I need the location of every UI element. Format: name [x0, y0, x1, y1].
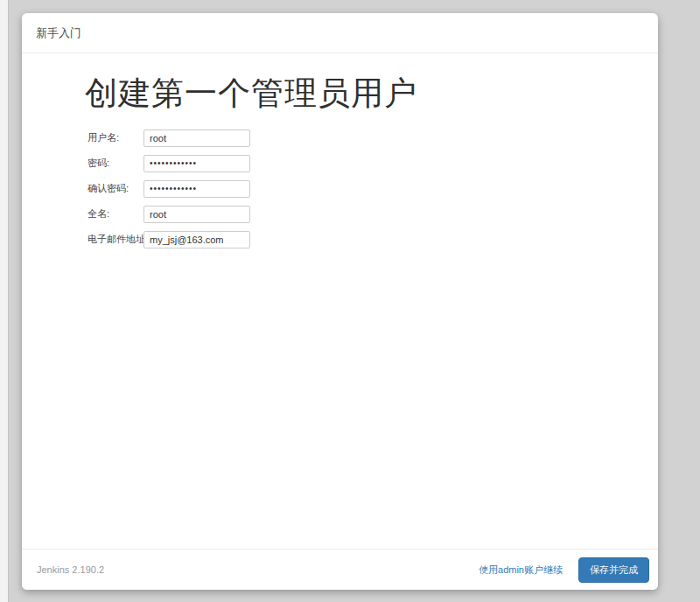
wizard-footer: Jenkins 2.190.2 使用admin账户继续 保存并完成	[22, 549, 658, 590]
wizard-header: 新手入门	[22, 13, 658, 53]
password-field[interactable]	[144, 155, 250, 172]
email-field[interactable]	[144, 231, 250, 248]
window-left-edge	[0, 0, 9, 602]
jenkins-version: Jenkins 2.190.2	[37, 564, 104, 575]
fullname-field[interactable]	[144, 206, 250, 223]
continue-as-admin-link[interactable]: 使用admin账户继续	[479, 564, 563, 577]
wizard-content: 创建第一个管理员用户 用户名: 密码: 确认密码: 全名: 电子邮件地址:	[22, 53, 658, 248]
form-row-fullname: 全名:	[88, 206, 640, 223]
page-title: 创建第一个管理员用户	[85, 76, 640, 112]
form-row-email: 电子邮件地址:	[88, 231, 640, 248]
username-field[interactable]	[144, 130, 250, 147]
email-label: 电子邮件地址:	[88, 233, 144, 246]
wizard-header-title: 新手入门	[36, 25, 81, 41]
form-row-password: 密码:	[88, 155, 640, 172]
confirm-password-field[interactable]	[144, 180, 250, 198]
setup-wizard-dialog: 新手入门 创建第一个管理员用户 用户名: 密码: 确认密码: 全名: 电子邮件	[22, 13, 658, 590]
password-label: 密码:	[88, 157, 144, 170]
fullname-label: 全名:	[88, 207, 144, 220]
username-label: 用户名:	[88, 131, 144, 144]
save-and-finish-button[interactable]: 保存并完成	[578, 557, 649, 583]
confirm-password-label: 确认密码:	[88, 182, 144, 195]
form-row-confirm-password: 确认密码:	[88, 180, 640, 198]
form-row-username: 用户名:	[88, 130, 640, 147]
admin-user-form: 用户名: 密码: 确认密码: 全名: 电子邮件地址:	[88, 130, 640, 248]
